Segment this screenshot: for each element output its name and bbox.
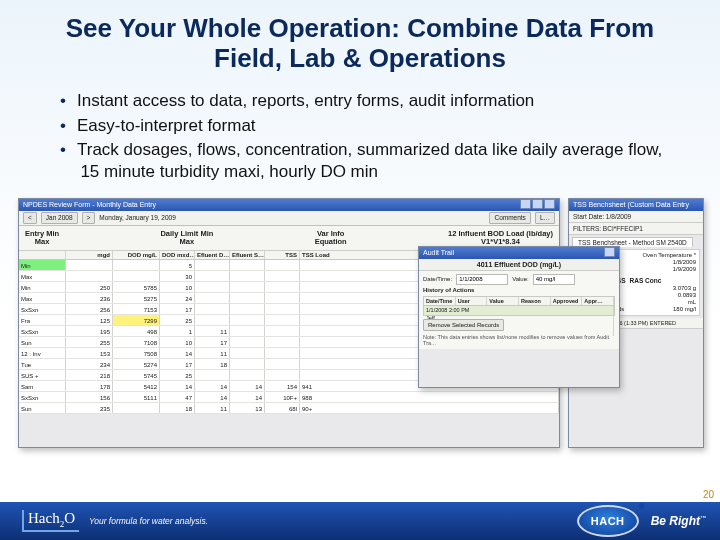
cell [265,271,300,281]
page-number: 20 [703,489,714,500]
cell: 125 [66,315,113,325]
month-picker[interactable]: Jan 2008 [41,212,78,224]
audit-variable-name: 4011 Effluent DOD (mg/L) [419,259,619,271]
cell: Min [19,282,66,292]
equation-label: Equation [315,237,347,246]
win1-toolbar: < Jan 2008 > Monday, January 19, 2009 Co… [19,211,559,226]
bullet-1: Instant access to data, reports, entry f… [60,90,680,112]
cell [265,370,300,380]
win2-titlebar: TSS Benchsheet (Custom Data Entry Form) [569,199,703,211]
audit-date-label: Date/Time: [423,276,452,282]
screenshot-cluster: NPDES Review Form - Monthly Data Entry <… [18,198,702,453]
window-buttons [519,199,555,211]
cell: 24 [160,293,195,303]
comments-button[interactable]: Comments [489,212,530,224]
entry-max-label: Max [35,237,50,246]
window-buttons [603,247,615,259]
audit-col-2: Value [487,297,519,305]
footer-bar: Hach2O Your formula for water analysis. … [0,502,720,540]
footer-tagline: Your formula for water analysis. [89,516,208,526]
bullet-3: Track dosages, flows, concentration, sum… [60,139,680,183]
cell: 236 [66,293,113,303]
cell: 12 : Inv [19,348,66,358]
cell [265,359,300,369]
col-0 [19,251,66,259]
cell: 5412 [113,381,160,391]
cell [265,315,300,325]
cell: 5785 [113,282,160,292]
cell: 14 [230,392,265,402]
audit-date-input[interactable] [456,274,508,285]
cell: 1 [160,326,195,336]
cell: Fra [19,315,66,325]
audit-history-grid: Date/Time User Value Reason Approved App… [423,296,615,316]
cell: SUS + [19,370,66,380]
cell [265,293,300,303]
cell [195,370,230,380]
cell: SxSxn [19,304,66,314]
audit-col-3: Reason [519,297,551,305]
audit-row[interactable]: 1/1/2008 2:00 PM Jeff 40 [424,306,614,315]
cell: 153 [66,348,113,358]
audit-value-input[interactable] [533,274,575,285]
cell [230,293,265,303]
cell: 14 [195,381,230,391]
cell: 14 [160,348,195,358]
cell: SxSxn [19,392,66,402]
cell [230,370,265,380]
cell [195,304,230,314]
remove-records-button[interactable]: Remove Selected Records [423,319,504,331]
win1-title: NPDES Review Form - Monthly Data Entry [23,199,156,211]
audit-col-0: Date/Time [424,297,456,305]
cell: 255 [66,337,113,347]
daily-limit-max-label: Max [180,237,195,246]
cell [66,260,113,270]
cell: 250 [66,282,113,292]
cell: Min [19,260,66,270]
cell: 47 [160,392,195,402]
col-2: DOD mg/L [113,251,160,259]
cell: Tue [19,359,66,369]
prev-month-button[interactable]: < [23,212,37,224]
variable-equation: V1*V1*8.34 [481,237,520,246]
cell [195,260,230,270]
cell: 498 [113,326,160,336]
cell [230,271,265,281]
audit-col-1: User [456,297,488,305]
col-4: Efluent D… [195,251,230,259]
tare-v1: 0.0893 [678,292,696,298]
current-date-label: Monday, January 19, 2009 [99,214,485,221]
cell [230,337,265,347]
cell: 7153 [113,304,160,314]
cell [230,359,265,369]
cell: 235 [66,403,113,413]
cell: 17 [160,304,195,314]
cell: 18 [195,359,230,369]
cell: 14 [195,392,230,402]
cell: Max [19,271,66,281]
cell: 156 [66,392,113,402]
table-row: Sun23518111368l90+ [19,403,559,414]
cell [230,282,265,292]
cell: 7108 [113,337,160,347]
cell: 5274 [113,359,160,369]
cell: 11 [195,348,230,358]
cell [265,282,300,292]
bullet-2: Easy-to-interpret format [60,115,680,137]
analysis-date-value: 1/9/2009 [673,266,696,272]
suspended-solids-v1: 180 mg/l [673,306,696,312]
cell: 17 [195,337,230,347]
audit-cell-0: 1/1/2008 2:00 PM [424,306,614,314]
cell [230,304,265,314]
limits-button[interactable]: L… [535,212,555,224]
cell: 10 [160,337,195,347]
cell: Max [19,293,66,303]
ras-conc-header: RAS Conc [630,277,662,284]
cell: 218 [66,370,113,380]
cell [265,337,300,347]
oven-temp-label: Oven Temperature * [642,252,696,258]
audit-note: Note: This data entries shows list/none … [423,334,615,346]
cell: 7508 [113,348,160,358]
next-month-button[interactable]: > [82,212,96,224]
start-date: Start Date: 1/8/2009 [573,213,631,220]
